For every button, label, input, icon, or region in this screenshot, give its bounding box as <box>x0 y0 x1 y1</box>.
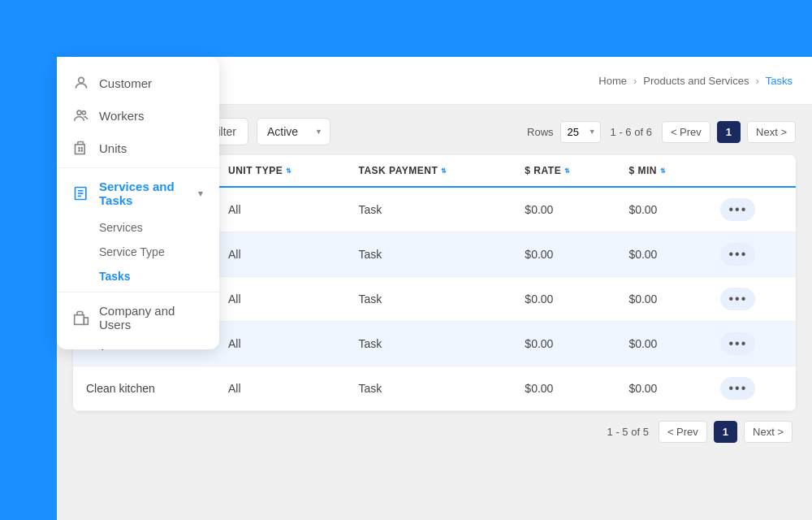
bottom-pagination: 1 - 5 of 5 < Prev 1 Next > <box>73 421 796 443</box>
person-icon <box>73 75 89 91</box>
services-tasks-left: Services and Tasks <box>73 180 198 207</box>
top-next-button[interactable]: Next > <box>747 121 796 143</box>
cell-min: $0.00 <box>615 322 707 366</box>
chevron-down-icon: ▾ <box>198 188 203 199</box>
sidebar-divider <box>57 167 219 168</box>
cell-task-payment: Task <box>345 322 512 366</box>
sort-icon-task-payment: ⇅ <box>441 167 447 175</box>
cell-task-payment: Task <box>345 187 512 232</box>
sidebar-label-customer: Customer <box>99 76 152 90</box>
table-row: Clean kitchen All Task $0.00 $0.00 ••• <box>73 366 796 411</box>
svg-point-2 <box>79 77 84 83</box>
left-sidebar-strip <box>0 0 57 520</box>
cell-actions: ••• <box>707 322 796 366</box>
sidebar-label-units: Units <box>99 141 127 155</box>
sidebar-subitem-tasks[interactable]: Tasks <box>99 264 219 288</box>
cell-rate: $0.00 <box>512 232 615 277</box>
cell-unit-type: All <box>215 187 345 232</box>
cell-rate: $0.00 <box>512 366 615 411</box>
svg-rect-5 <box>76 145 85 154</box>
cell-task-payment: Task <box>345 232 512 277</box>
cell-min: $0.00 <box>615 187 707 232</box>
building-icon <box>73 140 89 156</box>
group-icon <box>73 107 89 124</box>
cell-min: $0.00 <box>615 366 707 411</box>
sidebar-label-workers: Workers <box>99 109 145 123</box>
cell-min: $0.00 <box>615 232 707 277</box>
cell-actions: ••• <box>707 187 796 232</box>
top-bar <box>0 0 812 57</box>
sidebar-item-units[interactable]: Units <box>57 132 219 164</box>
cell-actions: ••• <box>707 232 796 277</box>
breadcrumb-products[interactable]: Products and Services <box>643 75 749 87</box>
cell-unit-type: All <box>215 277 345 322</box>
svg-point-4 <box>82 111 85 115</box>
row-actions-button[interactable]: ••• <box>720 377 755 400</box>
cell-unit-type: All <box>215 232 345 277</box>
rows-select-wrapper: 25 50 100 <box>560 121 601 143</box>
breadcrumb: Home › Products and Services › Tasks <box>598 75 793 87</box>
bottom-prev-button[interactable]: < Prev <box>659 421 707 443</box>
rows-select[interactable]: 25 50 100 <box>560 121 601 143</box>
sidebar-item-workers[interactable]: Workers <box>57 99 219 132</box>
cell-task-payment: Task <box>345 277 512 322</box>
bottom-next-button[interactable]: Next > <box>744 421 793 443</box>
row-actions-button[interactable]: ••• <box>720 198 755 221</box>
bottom-page-info: 1 - 5 of 5 <box>607 426 649 438</box>
sidebar-subitem-services[interactable]: Services <box>99 215 219 240</box>
cell-rate: $0.00 <box>512 187 615 232</box>
sidebar-label-services-tasks: Services and Tasks <box>99 180 198 207</box>
sort-icon-unit-type: ⇅ <box>286 167 292 175</box>
sidebar-label-company-users: Company and Users <box>99 304 203 332</box>
cell-rate: $0.00 <box>512 277 615 322</box>
sidebar-item-company-users[interactable]: Company and Users <box>57 296 219 340</box>
col-min[interactable]: $ MIN ⇅ <box>615 155 707 187</box>
sidebar-subitem-service-type[interactable]: Service Type <box>99 240 219 264</box>
breadcrumb-home[interactable]: Home <box>598 75 627 87</box>
breadcrumb-sep-1: › <box>633 75 637 87</box>
sort-icon-rate: ⇅ <box>564 167 571 175</box>
col-task-payment[interactable]: TASK PAYMENT ⇅ <box>345 155 512 187</box>
cell-actions: ••• <box>707 277 796 322</box>
company-icon <box>73 310 89 326</box>
breadcrumb-sep-2: › <box>755 75 758 87</box>
cell-min: $0.00 <box>615 277 707 322</box>
status-select[interactable]: Active Inactive All <box>257 118 330 145</box>
sidebar-item-customer[interactable]: Customer <box>57 67 219 99</box>
top-page-info: 1 - 6 of 6 <box>611 126 652 138</box>
row-actions-button[interactable]: ••• <box>720 288 755 310</box>
cell-unit-type: All <box>215 366 345 411</box>
top-pagination: Rows 25 50 100 1 - 6 of 6 < Prev 1 Next … <box>527 121 796 143</box>
cell-task: Clean kitchen <box>73 366 215 411</box>
svg-rect-15 <box>84 318 88 324</box>
cell-rate: $0.00 <box>512 322 615 366</box>
cell-unit-type: All <box>215 322 345 366</box>
status-select-wrapper: Active Inactive All <box>257 118 330 145</box>
book-icon <box>73 185 89 202</box>
svg-rect-14 <box>75 315 84 325</box>
svg-point-3 <box>77 110 81 115</box>
sidebar-overlay: Customer Workers Units <box>57 57 219 349</box>
rows-label: Rows <box>527 126 554 138</box>
col-actions <box>707 155 796 187</box>
breadcrumb-current: Tasks <box>766 75 793 87</box>
top-current-page[interactable]: 1 <box>717 121 741 143</box>
cell-actions: ••• <box>707 366 796 411</box>
top-prev-button[interactable]: < Prev <box>662 121 710 143</box>
row-actions-button[interactable]: ••• <box>720 243 755 266</box>
bottom-current-page[interactable]: 1 <box>714 421 737 443</box>
sort-icon-min: ⇅ <box>660 167 667 175</box>
sidebar-submenu: Services Service Type Tasks <box>57 215 219 288</box>
sidebar-divider-2 <box>57 292 219 292</box>
sidebar-item-services-tasks[interactable]: Services and Tasks ▾ <box>57 171 219 215</box>
col-rate[interactable]: $ RATE ⇅ <box>512 155 615 187</box>
cell-task-payment: Task <box>345 366 512 411</box>
col-unit-type[interactable]: UNIT TYPE ⇅ <box>215 155 345 187</box>
row-actions-button[interactable]: ••• <box>720 332 755 355</box>
